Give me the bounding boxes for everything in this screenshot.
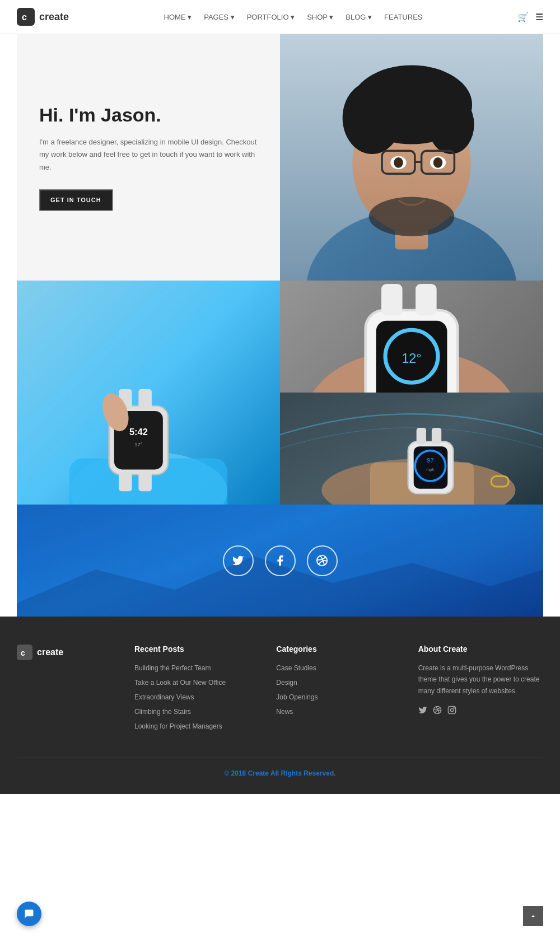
- rights-text: All Rights Reserved.: [269, 769, 336, 777]
- hero-text-panel: Hi. I'm Jason. I'm a freelance designer,…: [17, 34, 280, 281]
- footer-logo[interactable]: c create: [17, 645, 118, 660]
- category-link-3[interactable]: Job Openings: [276, 693, 318, 701]
- list-item: Looking for Project Managers: [134, 721, 259, 731]
- hero-image: [280, 34, 543, 281]
- footer-twitter-icon[interactable]: [418, 706, 427, 716]
- svg-text:97: 97: [427, 457, 433, 464]
- svg-text:c: c: [21, 648, 25, 657]
- category-link-1[interactable]: Case Studies: [276, 664, 316, 672]
- list-item: Extraordinary Views: [134, 692, 259, 702]
- social-icons: [223, 545, 338, 576]
- menu-icon[interactable]: ☰: [535, 12, 543, 22]
- categories-list: Case Studies Design Job Openings News: [276, 662, 401, 716]
- svg-text:5:42: 5:42: [129, 427, 148, 437]
- svg-rect-37: [416, 284, 437, 315]
- hero-section: Hi. I'm Jason. I'm a freelance designer,…: [17, 34, 543, 281]
- portfolio-item-main[interactable]: 5:42 17°: [17, 281, 280, 505]
- copyright-text: © 2018: [224, 769, 248, 777]
- nav-features[interactable]: FEATURES: [384, 13, 422, 21]
- list-item: Design: [276, 677, 401, 687]
- list-item: Job Openings: [276, 692, 401, 702]
- social-section: [17, 505, 543, 617]
- svg-point-7: [343, 82, 402, 154]
- cart-icon[interactable]: 🛒: [517, 12, 529, 22]
- svg-rect-36: [381, 284, 403, 315]
- categories-heading: Categories: [276, 645, 401, 653]
- footer-about: About Create Create is a multi-purpose W…: [418, 645, 543, 735]
- portfolio-item-bottom[interactable]: 97 mph: [280, 393, 543, 505]
- footer-bottom: © 2018 Create All Rights Reserved.: [17, 758, 543, 777]
- portfolio-item-top-right[interactable]: 12°: [280, 281, 543, 393]
- nav-home[interactable]: HOME ▾: [164, 13, 192, 21]
- svg-rect-25: [119, 472, 132, 491]
- portfolio-grid: 5:42 17° 12°: [17, 281, 543, 505]
- category-link-2[interactable]: Design: [276, 679, 297, 687]
- footer-categories: Categories Case Studies Design Job Openi…: [276, 645, 401, 735]
- footer-logo-area: c create: [17, 645, 118, 735]
- recent-post-link-4[interactable]: Climbing the Stairs: [134, 708, 191, 716]
- hero-portrait: [280, 34, 543, 281]
- hero-description: I'm a freelance designer, specializing i…: [39, 136, 258, 173]
- nav-blog[interactable]: BLOG ▾: [346, 13, 372, 21]
- footer-recent-posts: Recent Posts Building the Perfect Team T…: [134, 645, 259, 735]
- hero-greeting: Hi. I'm Jason.: [39, 104, 258, 126]
- svg-point-14: [394, 157, 403, 168]
- navbar: c create HOME ▾ PAGES ▾ PORTFOLIO ▾ SHOP…: [0, 0, 560, 34]
- svg-point-62: [454, 708, 454, 708]
- svg-point-16: [433, 157, 442, 168]
- list-item: News: [276, 706, 401, 716]
- facebook-social-button[interactable]: [265, 545, 296, 576]
- svg-rect-60: [448, 707, 455, 714]
- recent-post-link-1[interactable]: Building the Perfect Team: [134, 664, 211, 672]
- footer: c create Recent Posts Building the Perfe…: [0, 617, 560, 794]
- svg-rect-54: [432, 428, 441, 445]
- nav-portfolio[interactable]: PORTFOLIO ▾: [247, 13, 295, 21]
- svg-point-9: [369, 197, 455, 237]
- recent-post-link-5[interactable]: Looking for Project Managers: [134, 722, 222, 730]
- get-in-touch-button[interactable]: GET IN TOUCH: [39, 189, 113, 211]
- nav-links: HOME ▾ PAGES ▾ PORTFOLIO ▾ SHOP ▾ BLOG ▾…: [164, 13, 423, 21]
- svg-point-8: [428, 95, 474, 154]
- footer-grid: c create Recent Posts Building the Perfe…: [17, 645, 543, 735]
- list-item: Climbing the Stairs: [134, 706, 259, 716]
- about-text: Create is a multi-purpose WordPress them…: [418, 662, 543, 697]
- twitter-social-button[interactable]: [223, 545, 254, 576]
- svg-rect-53: [417, 428, 426, 445]
- svg-text:12°: 12°: [402, 351, 422, 366]
- nav-shop[interactable]: SHOP ▾: [307, 13, 333, 21]
- logo-text: create: [39, 11, 69, 23]
- logo-icon: c: [17, 8, 35, 26]
- nav-icons: 🛒 ☰: [517, 12, 543, 22]
- about-heading: About Create: [418, 645, 543, 653]
- dribbble-social-button[interactable]: [307, 545, 338, 576]
- recent-posts-heading: Recent Posts: [134, 645, 259, 653]
- recent-post-link-3[interactable]: Extraordinary Views: [134, 693, 194, 701]
- footer-dribbble-icon[interactable]: [433, 706, 442, 716]
- recent-posts-list: Building the Perfect Team Take a Look at…: [134, 662, 259, 731]
- svg-text:17°: 17°: [134, 441, 142, 447]
- footer-instagram-icon[interactable]: [447, 706, 456, 716]
- svg-rect-24: [138, 389, 152, 409]
- nav-pages[interactable]: PAGES ▾: [204, 13, 234, 21]
- svg-text:c: c: [22, 12, 27, 22]
- svg-text:mph: mph: [426, 467, 434, 472]
- list-item: Take a Look at Our New Office: [134, 677, 259, 687]
- footer-logo-text: create: [37, 647, 63, 657]
- footer-social-icons: [418, 706, 543, 716]
- list-item: Case Studies: [276, 662, 401, 673]
- category-link-4[interactable]: News: [276, 708, 293, 716]
- svg-point-17: [407, 179, 417, 195]
- recent-post-link-2[interactable]: Take a Look at Our New Office: [134, 679, 226, 687]
- svg-rect-26: [138, 472, 152, 491]
- logo[interactable]: c create: [17, 8, 69, 26]
- svg-point-61: [450, 709, 453, 712]
- footer-brand[interactable]: Create: [248, 769, 269, 777]
- footer-logo-icon: c: [17, 645, 32, 660]
- list-item: Building the Perfect Team: [134, 662, 259, 673]
